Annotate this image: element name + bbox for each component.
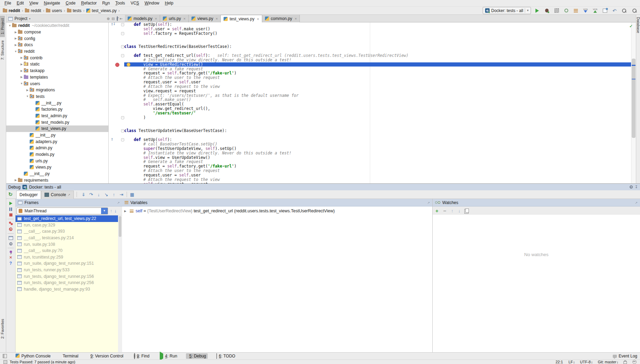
close-icon[interactable]: × <box>155 17 157 21</box>
close-icon[interactable]: × <box>216 17 218 21</box>
tool-strip-button-database[interactable]: Database <box>636 15 640 35</box>
frame-row[interactable]: run, tcunittest.py:259 <box>16 254 118 261</box>
show-execution-point-button[interactable]: ⇓ <box>80 192 87 197</box>
close-icon[interactable]: × <box>257 17 259 21</box>
editor-gutter[interactable] <box>109 93 124 98</box>
pause-button[interactable] <box>9 208 12 211</box>
tree-item-config[interactable]: ▶config <box>6 35 108 42</box>
override-marker-icon[interactable]: ↥ <box>111 138 113 141</box>
editor-gutter[interactable] <box>109 107 124 111</box>
tree-expanded-arrow-icon[interactable]: ▼ <box>8 24 12 27</box>
editor-gutter[interactable] <box>109 164 124 169</box>
code-text[interactable]: class TestUserRedirectView(BaseUserTestC… <box>124 44 636 49</box>
tree-item-contrib[interactable]: ▶contrib <box>6 54 108 61</box>
editor-gutter[interactable] <box>109 133 124 138</box>
scrollbar-thumb[interactable] <box>632 59 636 138</box>
menu-item-help[interactable]: Help <box>163 0 176 6</box>
code-text[interactable] <box>124 133 636 138</box>
tree-expanded-arrow-icon[interactable]: ▼ <box>25 95 30 98</box>
vcs-update-button[interactable]: VCS <box>583 8 588 13</box>
debug-button[interactable] <box>544 8 550 13</box>
fold-marker-icon[interactable]: − <box>121 129 124 132</box>
editor-gutter[interactable] <box>109 27 124 31</box>
tree-item-taskapp[interactable]: ▶taskapp <box>6 68 108 74</box>
undo-button[interactable]: ↶ <box>612 8 617 13</box>
tree-collapsed-arrow-icon[interactable]: ▶ <box>13 179 18 182</box>
tree-item-migrations[interactable]: ▶migrations <box>6 87 108 93</box>
editor-gutter[interactable] <box>109 111 124 115</box>
editor-gutter[interactable] <box>109 169 124 173</box>
editor-gutter[interactable] <box>109 142 124 146</box>
close-icon[interactable]: × <box>183 17 185 21</box>
tool-strip-button-7-structure[interactable]: 7: Structure <box>0 38 5 63</box>
tree-collapsed-arrow-icon[interactable]: ▶ <box>19 75 24 79</box>
debug-tab-debugger[interactable]: Debugger <box>16 191 41 199</box>
coverage-button[interactable] <box>554 8 559 13</box>
previous-frame-button[interactable]: ↑ <box>110 208 112 213</box>
editor-gutter[interactable] <box>109 120 124 124</box>
override-marker-icon[interactable]: ↥↧ <box>111 22 115 26</box>
frame-row[interactable]: run_suite, django_test_runner.py:151 <box>16 260 118 267</box>
code-line[interactable]: −class TestUserUpdateView(BaseUserTestCa… <box>109 129 636 133</box>
tab-common-py[interactable]: common.py× <box>262 15 300 22</box>
tree-collapsed-arrow-icon[interactable]: ▶ <box>19 56 24 59</box>
resume-button[interactable] <box>9 202 12 205</box>
pin-button[interactable] <box>10 251 12 253</box>
editor-gutter[interactable] <box>109 71 124 75</box>
editor-gutter[interactable] <box>109 102 124 107</box>
frame-row[interactable]: __call__, suite.py:70 <box>16 247 118 254</box>
tree-item-reddit[interactable]: ▼reddit~/cookiecutter/reddit <box>6 22 108 29</box>
frame-row[interactable]: __call__, case.py:393 <box>16 228 118 235</box>
breadcrumb-item-users[interactable]: users <box>46 8 62 13</box>
menu-item-tools[interactable]: Tools <box>113 0 127 6</box>
intention-bulb-icon[interactable] <box>127 63 130 67</box>
frame-row[interactable]: handle, django_test_manage.py:93 <box>16 286 118 293</box>
menu-item-code[interactable]: Code <box>63 0 78 6</box>
fold-marker-icon[interactable]: − <box>121 23 124 26</box>
run-to-cursor-button[interactable]: ⇥ <box>118 192 125 197</box>
encoding-widget[interactable]: UTF-8▴▾ <box>580 360 592 364</box>
tree-item-static[interactable]: ▶static <box>6 61 108 68</box>
tool-strip-button-2-favorites[interactable]: 2: Favorites <box>0 316 5 341</box>
editor-gutter[interactable] <box>109 84 124 89</box>
tab-test_views-py[interactable]: test_views.py× <box>221 15 262 22</box>
menu-item-navigate[interactable]: Navigate <box>41 0 62 6</box>
editor-gutter[interactable] <box>109 124 124 129</box>
duplicate-watch-button[interactable] <box>465 209 469 213</box>
tree-item-adapters-py[interactable]: adapters.py <box>6 138 108 145</box>
tab-models-py[interactable]: models.py× <box>125 15 160 22</box>
remove-watch-button[interactable]: − <box>443 208 446 214</box>
hide-panel-icon[interactable]: ⇥ <box>120 17 123 21</box>
vcs-commit-button[interactable]: VCS <box>592 8 598 13</box>
code-text[interactable]: # Attach the request to the view <box>124 84 636 89</box>
code-line[interactable]: − self.factory = RequestFactory() <box>109 31 636 36</box>
tree-item-__init__-py[interactable]: __init__.py <box>6 100 108 106</box>
edit-run-configurations-button[interactable] <box>573 8 579 13</box>
toolwindow-button-9--version-control[interactable]: 9: Version Control <box>87 353 125 359</box>
tree-collapsed-arrow-icon[interactable]: ▶ <box>19 69 24 72</box>
menu-item-edit[interactable]: Edit <box>14 0 26 6</box>
editor-gutter[interactable] <box>109 49 124 53</box>
editor-gutter[interactable]: − <box>109 115 124 120</box>
help-button[interactable]: ? <box>9 262 12 265</box>
code-line[interactable]: −class TestUserRedirectView(BaseUserTest… <box>109 44 636 49</box>
tree-collapsed-arrow-icon[interactable]: ▶ <box>19 63 24 66</box>
tree-item-models-py[interactable]: models.py <box>6 151 108 158</box>
recent-changes-button[interactable] <box>602 8 608 13</box>
profiler-button[interactable] <box>563 8 569 13</box>
editor-gutter[interactable] <box>109 146 124 151</box>
evaluate-expression-button[interactable]: ▦ <box>128 192 136 197</box>
run-button[interactable] <box>534 8 540 13</box>
editor-gutter[interactable]: − <box>109 53 124 58</box>
code-text[interactable]: # Attach the user to the request <box>124 169 636 173</box>
code-line[interactable] <box>109 36 636 40</box>
tree-item-docs[interactable]: ▶docs <box>6 42 108 48</box>
tree-expanded-arrow-icon[interactable]: ▼ <box>19 82 24 85</box>
caret-position[interactable]: 22:1 <box>555 360 563 364</box>
inspections-ok-icon[interactable]: ✓ <box>629 24 633 29</box>
editor-gutter[interactable] <box>109 160 124 164</box>
tree-item-templates[interactable]: ▶templates <box>6 74 108 81</box>
tree-collapsed-arrow-icon[interactable]: ▶ <box>25 89 30 92</box>
gear-icon[interactable] <box>630 185 633 189</box>
toolwindow-switcher-icon[interactable] <box>3 354 7 358</box>
